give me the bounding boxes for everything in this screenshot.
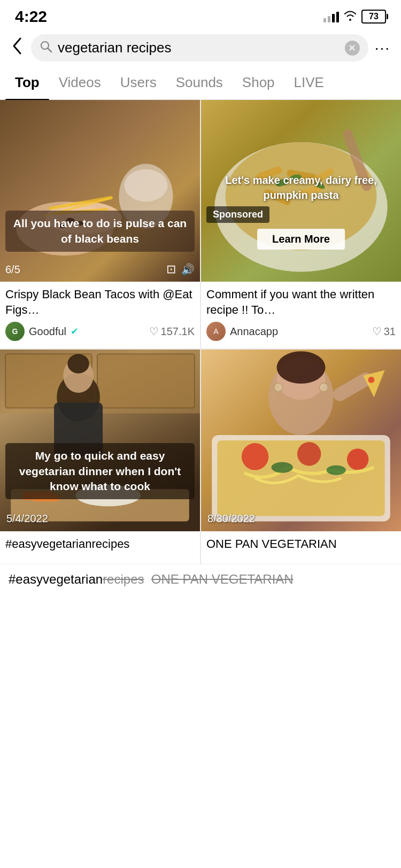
svg-point-40	[242, 443, 269, 470]
tab-users[interactable]: Users	[111, 66, 166, 99]
card1-info: Crispy Black Bean Tacos with @Eat Figs… …	[0, 282, 200, 348]
card1-verified-icon: ✔	[71, 326, 79, 337]
search-bar[interactable]: vegetarian recipes ✕	[31, 34, 368, 61]
video-thumbnail-3: My go to quick and easy vegetarian dinne…	[0, 350, 200, 531]
video-thumbnail-4: 8/30/2022	[201, 350, 401, 531]
svg-point-43	[271, 462, 292, 473]
card3-date: 5/4/2022	[6, 513, 48, 525]
search-query[interactable]: vegetarian recipes	[58, 40, 340, 56]
svg-line-1	[48, 48, 52, 52]
card4-info: ONE PAN VEGETARIAN	[201, 531, 401, 564]
search-area: vegetarian recipes ✕ ···	[0, 30, 401, 66]
video-thumbnail-1: All you have to do is pulse a can of bla…	[0, 100, 200, 282]
svg-point-52	[319, 383, 328, 392]
video-grid: All you have to do is pulse a can of bla…	[0, 100, 401, 564]
card1-avatar: G	[5, 322, 25, 341]
card4-title: ONE PAN VEGETARIAN	[206, 537, 396, 552]
card2-title: Comment if you want the written recipe !…	[206, 287, 396, 317]
card1-overlay-text: All you have to do is pulse a can of bla…	[5, 211, 195, 252]
card4-date: 8/30/2022	[207, 513, 255, 525]
tabs-bar: Top Videos Users Sounds Shop LIVE	[0, 66, 401, 100]
back-button[interactable]	[9, 34, 25, 61]
card2-username: Annacapp	[230, 326, 278, 338]
search-icon	[40, 40, 52, 56]
more-options-button[interactable]: ···	[375, 40, 390, 57]
card1-likes: ♡ 157.1K	[149, 325, 195, 338]
card3-title: #easyvegetarianrecipes	[5, 537, 195, 552]
heart-icon-1: ♡	[149, 325, 159, 338]
battery-icon: 73	[361, 10, 386, 24]
svg-point-47	[277, 351, 326, 384]
video-card-4[interactable]: 8/30/2022 ONE PAN VEGETARIAN	[201, 350, 401, 564]
hashtag-text3: ONE PAN VEGETARIAN	[151, 572, 294, 586]
status-bar: 4:22 73	[0, 0, 401, 30]
captions-icon: ⊡	[166, 262, 176, 276]
tab-shop[interactable]: Shop	[233, 66, 284, 99]
card1-title: Crispy Black Bean Tacos with @Eat Figs…	[5, 287, 195, 317]
card2-avatar: A	[206, 322, 226, 341]
card2-meta: A Annacapp ♡ 31	[206, 322, 396, 341]
tab-sounds[interactable]: Sounds	[166, 66, 233, 99]
svg-point-31	[67, 354, 89, 373]
card1-username: Goodful	[29, 326, 66, 338]
svg-rect-28	[97, 354, 195, 408]
video-card-1[interactable]: All you have to do is pulse a can of bla…	[0, 100, 200, 348]
svg-point-42	[347, 448, 368, 470]
card2-info: Comment if you want the written recipe !…	[201, 282, 401, 348]
video-card-2[interactable]: Let's make creamy, dairy free, pumpkin p…	[201, 100, 401, 348]
hashtag-text1: #easyvegetarian	[9, 572, 103, 586]
tab-live[interactable]: LIVE	[284, 66, 334, 99]
card2-likes: ♡ 31	[372, 325, 396, 338]
tab-videos[interactable]: Videos	[49, 66, 111, 99]
status-time: 4:22	[15, 7, 47, 26]
tab-top[interactable]: Top	[5, 66, 49, 99]
hashtag-text2: recipes	[103, 572, 144, 586]
sound-icon: 🔊	[181, 263, 195, 276]
card3-info: #easyvegetarianrecipes	[0, 531, 200, 564]
video-card-3[interactable]: My go to quick and easy vegetarian dinne…	[0, 350, 200, 564]
card1-meta: G Goodful ✔ ♡ 157.1K	[5, 322, 195, 341]
card2-learn-more-button[interactable]: Learn More	[257, 229, 345, 250]
signal-icon	[323, 11, 339, 22]
svg-point-44	[327, 466, 346, 475]
video-thumbnail-2: Let's make creamy, dairy free, pumpkin p…	[201, 100, 401, 282]
svg-point-12	[124, 169, 167, 202]
card1-controls: 6/5 ⊡ 🔊	[5, 262, 195, 276]
svg-point-41	[297, 442, 321, 466]
svg-point-50	[368, 377, 374, 383]
card1-counter: 6/5	[5, 264, 20, 276]
card3-overlay-text: My go to quick and easy vegetarian dinne…	[5, 443, 195, 499]
heart-icon-2: ♡	[372, 325, 382, 338]
clear-button[interactable]: ✕	[345, 41, 360, 56]
card2-overlay-text: Let's make creamy, dairy free, pumpkin p…	[206, 173, 396, 203]
card2-sponsored-badge: Sponsored	[206, 206, 269, 223]
hashtag-strip: #easyvegetarianrecipes ONE PAN VEGETARIA…	[0, 564, 401, 594]
wifi-icon	[343, 10, 357, 24]
svg-point-51	[274, 383, 282, 392]
status-icons: 73	[323, 10, 386, 24]
